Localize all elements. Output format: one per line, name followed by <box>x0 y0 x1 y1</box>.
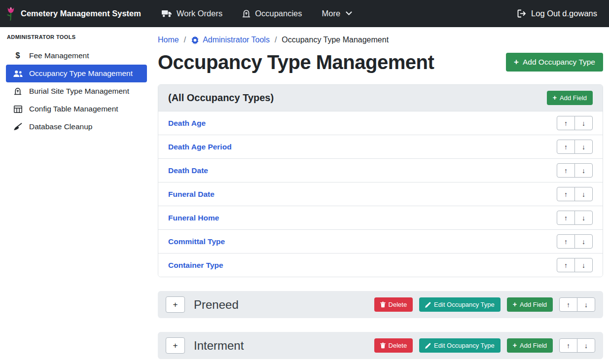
add-field-button[interactable]: + Add Field <box>547 91 593 105</box>
sidebar-item-label: Burial Site Type Management <box>29 87 129 96</box>
nav-occupancies[interactable]: Occupancies <box>242 9 302 18</box>
field-link-committal-type[interactable]: Committal Type <box>168 237 225 246</box>
nav-more[interactable]: More <box>322 9 353 18</box>
gear-icon <box>191 36 199 44</box>
field-link-container-type[interactable]: Container Type <box>168 261 223 270</box>
move-down-button[interactable]: ↓ <box>574 211 593 225</box>
chevron-down-icon <box>346 11 352 16</box>
delete-button[interactable]: Delete <box>374 338 413 353</box>
move-up-button[interactable]: ↑ <box>559 297 577 312</box>
plus-icon: + <box>514 58 519 66</box>
edit-occupancy-type-button[interactable]: Edit Occupancy Type <box>419 338 501 353</box>
field-row: Death Age ↑ ↓ <box>158 111 603 135</box>
sidebar-item-database-cleanup[interactable]: Database Cleanup <box>6 118 147 136</box>
expand-button[interactable]: + <box>166 296 185 313</box>
move-down-button[interactable]: ↓ <box>574 163 593 178</box>
add-field-button[interactable]: + Add Field <box>507 338 553 353</box>
field-row: Container Type ↑ ↓ <box>158 254 603 277</box>
add-occupancy-type-button[interactable]: + Add Occupancy Type <box>506 53 603 72</box>
field-row: Funeral Home ↑ ↓ <box>158 206 603 230</box>
sidebar-item-label: Database Cleanup <box>29 122 92 131</box>
breadcrumb-separator: / <box>184 36 186 44</box>
breadcrumb-home-link[interactable]: Home <box>158 36 179 44</box>
app-title: Cemetery Management System <box>21 9 141 18</box>
occupancy-type-name: Preneed <box>194 298 239 312</box>
field-link-death-age[interactable]: Death Age <box>168 119 206 128</box>
arrow-up-icon: ↑ <box>564 119 568 127</box>
field-link-funeral-home[interactable]: Funeral Home <box>168 214 219 222</box>
move-up-button[interactable]: ↑ <box>557 258 575 272</box>
plus-icon: + <box>553 94 557 101</box>
arrow-up-icon: ↑ <box>567 301 570 309</box>
move-down-button[interactable]: ↓ <box>574 234 593 249</box>
move-down-button[interactable]: ↓ <box>574 116 593 130</box>
move-down-button[interactable]: ↓ <box>574 140 593 154</box>
edit-occupancy-type-button[interactable]: Edit Occupancy Type <box>419 297 501 312</box>
field-link-death-age-period[interactable]: Death Age Period <box>168 143 232 151</box>
section-actions: Delete Edit Occupancy Type + Add Field ↑ <box>374 297 595 312</box>
arrow-down-icon: ↓ <box>584 342 588 350</box>
sidebar-item-config-table-management[interactable]: Config Table Management <box>6 100 147 118</box>
move-down-button[interactable]: ↓ <box>574 258 593 272</box>
reorder-controls: ↑ ↓ <box>557 163 593 178</box>
logout-button[interactable]: Log Out d.gowans <box>517 9 597 18</box>
arrow-down-icon: ↓ <box>582 214 585 222</box>
edit-occupancy-type-label: Edit Occupancy Type <box>434 301 495 308</box>
sidebar-item-burial-site-type-management[interactable]: Burial Site Type Management <box>6 82 147 100</box>
move-up-button[interactable]: ↑ <box>557 163 575 178</box>
arrow-down-icon: ↓ <box>582 190 585 198</box>
add-field-button[interactable]: + Add Field <box>507 297 553 312</box>
arrow-up-icon: ↑ <box>564 238 568 246</box>
field-row: Committal Type ↑ ↓ <box>158 230 603 254</box>
sidebar-item-fee-management[interactable]: $ Fee Management <box>6 47 147 65</box>
nav-work-orders-label: Work Orders <box>177 9 222 18</box>
arrow-down-icon: ↓ <box>582 143 585 151</box>
delete-button[interactable]: Delete <box>374 297 413 312</box>
app-brand[interactable]: Cemetery Management System <box>6 6 141 21</box>
move-down-button[interactable]: ↓ <box>577 338 595 353</box>
nav-work-orders[interactable]: Work Orders <box>162 9 222 18</box>
move-up-button[interactable]: ↑ <box>559 338 577 353</box>
logout-label: Log Out d.gowans <box>531 9 597 18</box>
breadcrumb-current: Occupancy Type Management <box>282 36 389 44</box>
move-down-button[interactable]: ↓ <box>574 187 593 201</box>
reorder-controls: ↑ ↓ <box>557 140 593 154</box>
trash-icon <box>380 301 386 308</box>
move-down-button[interactable]: ↓ <box>577 297 595 312</box>
sidebar-item-occupancy-type-management[interactable]: Occupancy Type Management <box>6 65 147 82</box>
arrow-up-icon: ↑ <box>564 261 568 269</box>
tombstone-icon <box>13 87 23 95</box>
occupancy-type-section-preneed: + Preneed Delete <box>158 291 603 318</box>
field-row: Death Date ↑ ↓ <box>158 159 603 182</box>
reorder-controls: ↑ ↓ <box>557 234 593 249</box>
plus-icon: + <box>173 341 178 351</box>
move-up-button[interactable]: ↑ <box>557 116 575 130</box>
card-title: (All Occupancy Types) <box>168 92 274 104</box>
arrow-down-icon: ↓ <box>582 238 585 246</box>
sidebar-item-label: Config Table Management <box>29 105 118 113</box>
section-actions: Delete Edit Occupancy Type + Add Field ↑ <box>374 338 595 353</box>
nav-more-label: More <box>322 9 341 18</box>
reorder-controls: ↑ ↓ <box>557 258 593 272</box>
sidebar-item-label: Fee Management <box>29 51 89 60</box>
arrow-down-icon: ↓ <box>582 119 585 127</box>
page-title: Occupancy Type Management <box>158 51 434 73</box>
move-up-button[interactable]: ↑ <box>557 187 575 201</box>
sidebar: ADMINISTRATOR TOOLS $ Fee Management Occ… <box>0 27 152 364</box>
add-field-label: Add Field <box>520 342 547 349</box>
occupancy-type-name: Interment <box>194 339 244 353</box>
move-up-button[interactable]: ↑ <box>557 140 575 154</box>
breadcrumb-admin-tools-link[interactable]: Administrator Tools <box>191 36 270 44</box>
arrow-down-icon: ↓ <box>582 167 585 175</box>
field-link-funeral-date[interactable]: Funeral Date <box>168 190 215 199</box>
field-link-death-date[interactable]: Death Date <box>168 166 208 175</box>
arrow-down-icon: ↓ <box>582 261 585 269</box>
pencil-icon <box>425 343 431 349</box>
expand-button[interactable]: + <box>166 337 185 354</box>
nav-occupancies-label: Occupancies <box>255 9 302 18</box>
move-up-button[interactable]: ↑ <box>557 211 575 225</box>
reorder-controls: ↑ ↓ <box>557 187 593 201</box>
reorder-controls: ↑ ↓ <box>559 297 595 312</box>
arrow-down-icon: ↓ <box>584 301 588 309</box>
move-up-button[interactable]: ↑ <box>557 234 575 249</box>
